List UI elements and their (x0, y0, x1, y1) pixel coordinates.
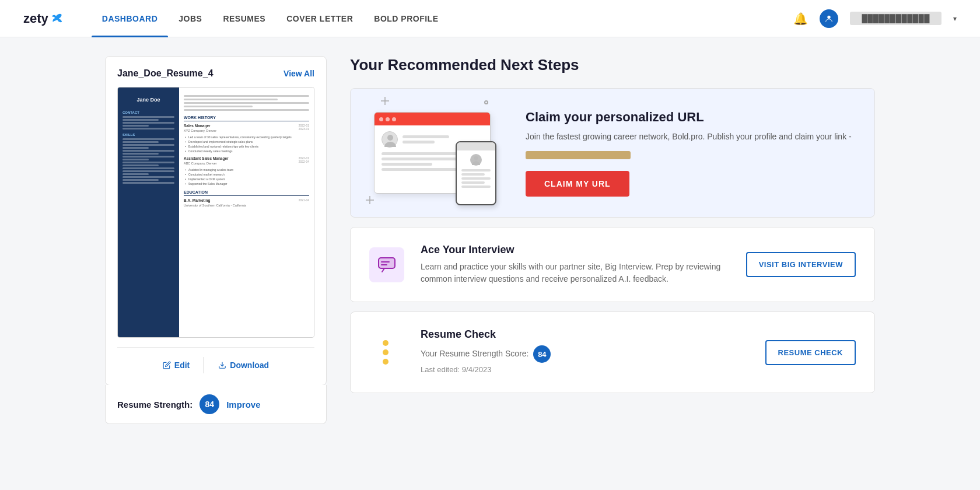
browser-dot-3 (392, 117, 396, 121)
checklist-icon (383, 340, 391, 365)
education-title: Education (184, 190, 309, 196)
nav-cover-letter[interactable]: COVER LETTER (276, 0, 363, 37)
rm-line-2 (184, 99, 278, 100)
resume-actions: Edit Download (117, 347, 314, 373)
phone-avatar (470, 154, 482, 166)
bullet-2: Developed and implemented strategic sale… (188, 140, 309, 144)
resume-card-header: Jane_Doe_Resume_4 View All (117, 68, 314, 79)
resume-contact-section: Contact (123, 111, 174, 114)
rs-line-17 (123, 170, 174, 172)
svg-point-3 (474, 156, 478, 160)
resume-preview: Jane Doe Contact Skills (117, 87, 314, 338)
visit-interview-button[interactable]: VISIT BIG INTERVIEW (746, 252, 856, 277)
svg-point-2 (387, 135, 393, 141)
score-prefix: Your Resume Strength Score: (421, 349, 528, 358)
claim-url-description: Join the fastest growing career network,… (526, 131, 856, 143)
rs-line-7 (123, 141, 159, 143)
nav-jobs[interactable]: JOBS (168, 0, 212, 37)
interview-icon (369, 247, 404, 282)
nav-bold-profile[interactable]: BOLD PROFILE (363, 0, 449, 37)
interview-content: Ace Your Interview Learn and practice yo… (421, 244, 730, 285)
phone-header (457, 142, 495, 150)
edit-button[interactable]: Edit (149, 357, 204, 373)
bullet-5: Assisted in managing a sales team (188, 168, 309, 172)
strength-label: Resume Strength: (117, 400, 192, 410)
left-panel: Jane_Doe_Resume_4 View All Jane Doe Cont… (105, 56, 327, 424)
nav-dashboard[interactable]: DASHBOARD (92, 0, 169, 37)
company-1: XYZ Company, Denver (184, 129, 299, 132)
main-nav: DASHBOARD JOBS RESUMES COVER LETTER BOLD… (92, 0, 449, 37)
svg-rect-8 (379, 258, 395, 268)
section-title: Your Recommended Next Steps (350, 56, 875, 74)
rm-line-1 (184, 95, 309, 97)
resume-card: Jane_Doe_Resume_4 View All Jane Doe Cont… (105, 56, 327, 386)
pl-4 (461, 181, 485, 184)
rs-line-21 (123, 182, 174, 184)
bullet-3: Established and nurtured relationships w… (188, 145, 309, 148)
rm-line-5 (184, 109, 309, 111)
browser-lines (402, 133, 449, 146)
rs-line-6 (123, 138, 174, 140)
resume-check-card-inner: Resume Check Your Resume Strength Score:… (351, 312, 874, 393)
interview-description: Learn and practice your skills with our … (421, 261, 730, 285)
rs-line-9 (123, 147, 149, 149)
resume-score-badge: 84 (533, 345, 551, 363)
interview-card-inner: Ace Your Interview Learn and practice yo… (351, 228, 874, 302)
university: University of Southern California - Cali… (184, 204, 246, 207)
resume-check-content: Resume Check Your Resume Strength Score:… (421, 328, 749, 376)
date-2: 2022-012022-04 (299, 156, 309, 163)
improve-link[interactable]: Improve (226, 400, 260, 410)
rs-line-15 (123, 164, 159, 166)
resume-sidebar: Jane Doe Contact Skills (118, 88, 179, 337)
browser-dot-1 (379, 117, 383, 121)
notification-bell-icon[interactable]: 🔔 (793, 12, 808, 26)
resume-sidebar-name: Jane Doe (123, 93, 174, 106)
rs-line-19 (123, 176, 174, 178)
rs-line-2 (123, 119, 159, 121)
resume-strength: Resume Strength: 84 Improve (105, 385, 327, 424)
job-title-1: Sales Manager (184, 124, 299, 128)
claim-url-button[interactable]: CLAIM MY URL (526, 171, 629, 197)
resume-check-button[interactable]: RESUME CHECK (765, 340, 856, 365)
resume-check-title: Resume Check (421, 328, 749, 341)
nav-resumes[interactable]: RESUMES (212, 0, 276, 37)
rs-line-3 (123, 122, 174, 124)
corner-plus-br (366, 196, 374, 204)
date-1: 2022-012023-01 (299, 124, 309, 131)
bullet-7: Implemented a CRM system (188, 177, 309, 181)
rs-line-1 (123, 116, 174, 118)
rs-line-16 (123, 167, 174, 169)
rs-line-5 (123, 128, 174, 130)
logo[interactable]: zety (23, 11, 64, 26)
resume-check-card: Resume Check Your Resume Strength Score:… (350, 312, 875, 393)
bullet-4: Conducted weekly sales meetings (188, 149, 309, 153)
last-edited: Last edited: 9/4/2023 (421, 365, 749, 374)
claim-url-content: Claim your personalized URL Join the fas… (514, 93, 874, 213)
resume-check-icon (369, 335, 404, 370)
corner-plus-tl (381, 97, 389, 105)
edu-date: 2021-04 (299, 198, 309, 209)
strength-score-badge: 84 (200, 394, 219, 414)
rs-line-14 (123, 162, 174, 163)
check-dot-3 (383, 359, 388, 365)
logo-text: zety (23, 11, 48, 26)
avatar[interactable] (820, 9, 838, 28)
phone-mockup (456, 141, 496, 205)
rs-line-13 (123, 159, 149, 160)
degree: B.A. Marketing (184, 198, 246, 202)
url-preview-bar (526, 151, 631, 159)
bullet-8: Supported the Sales Manager (188, 182, 309, 186)
header-right: 🔔 ████████████ ▾ (793, 9, 957, 28)
resume-name: Jane_Doe_Resume_4 (117, 68, 214, 79)
chevron-down-icon[interactable]: ▾ (953, 15, 957, 23)
resume-skills-section: Skills (123, 133, 174, 136)
bullet-1: Led a team of 30 sales representatives, … (188, 135, 309, 139)
rm-line-3 (184, 102, 309, 104)
download-button[interactable]: Download (204, 357, 283, 373)
resume-main: Work History Sales Manager XYZ Company, … (179, 88, 314, 337)
rs-line-20 (123, 179, 159, 181)
view-all-link[interactable]: View All (284, 69, 314, 78)
claim-url-card: Claim your personalized URL Join the fas… (350, 88, 875, 218)
edit-label: Edit (174, 360, 190, 370)
header: zety DASHBOARD JOBS RESUMES COVER LETTER… (0, 0, 980, 37)
